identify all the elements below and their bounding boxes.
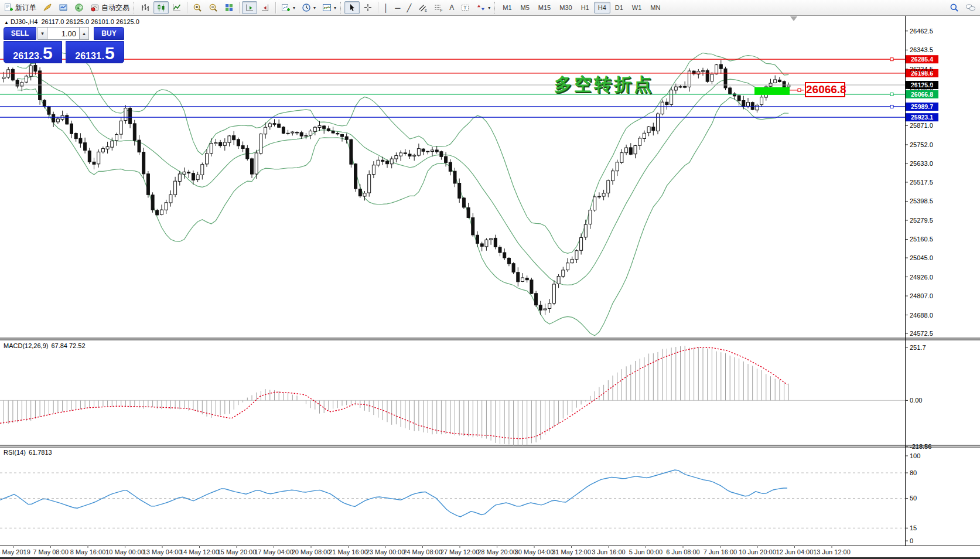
chevron-down-icon: ▾ — [334, 5, 336, 11]
svg-text:26285.4: 26285.4 — [911, 56, 933, 63]
volume-spinner: ▾ ▴ — [37, 27, 93, 40]
svg-text:25279.5: 25279.5 — [910, 217, 933, 224]
candlestick-series — [2, 60, 790, 315]
sell-button[interactable]: SELL — [4, 27, 36, 40]
clock-icon — [302, 3, 311, 12]
svg-text:25517.5: 25517.5 — [910, 179, 933, 186]
zoom-out-button[interactable] — [206, 1, 221, 14]
chart-shift-icon — [261, 3, 270, 12]
chart-shift-marker-icon[interactable] — [790, 16, 797, 21]
volume-decrease-button[interactable]: ▾ — [37, 27, 47, 40]
timeframe-w1-button[interactable]: W1 — [628, 2, 646, 13]
autotrading-icon — [90, 3, 100, 12]
volume-input[interactable] — [47, 27, 79, 40]
svg-text:T: T — [464, 5, 467, 11]
svg-text:100: 100 — [910, 452, 920, 459]
vertical-line-tool-button[interactable]: │ — [381, 1, 391, 14]
crosshair-tool-button[interactable] — [360, 1, 375, 14]
svg-text:24807.0: 24807.0 — [910, 292, 933, 299]
time-axis[interactable]: 6 May 20197 May 08:008 May 16:0010 May 0… — [0, 546, 851, 555]
svg-text:-218.56: -218.56 — [910, 443, 931, 450]
chevron-down-icon: ▾ — [488, 5, 490, 11]
new-chart-dropdown[interactable]: ▾ — [278, 1, 298, 14]
svg-text:5 Jun 00:00: 5 Jun 00:00 — [629, 548, 663, 555]
text-label-icon: T — [460, 3, 470, 12]
search-button[interactable] — [947, 1, 962, 14]
metaeditor-icon — [43, 3, 52, 12]
fibonacci-tool-button[interactable]: F — [431, 1, 446, 14]
auto-scroll-button[interactable] — [242, 1, 257, 14]
svg-text:13 May 04:00: 13 May 04:00 — [143, 548, 182, 555]
chart-area: 26285.426198.626125.026066.825989.725923… — [0, 0, 980, 559]
macd-indicator — [0, 346, 905, 446]
trendline-tool-button[interactable]: ╱ — [404, 1, 414, 14]
chat-button[interactable] — [962, 1, 979, 14]
chart-annotation-text[interactable]: 多空转折点 — [554, 73, 654, 97]
profiles-dropdown[interactable]: ▾ — [299, 1, 319, 14]
horizontal-line-icon: ─ — [395, 4, 400, 12]
text-tool-button[interactable]: A — [446, 1, 457, 14]
svg-text:24688.0: 24688.0 — [910, 312, 933, 319]
candlestick-mode-button[interactable] — [153, 1, 169, 14]
zoom-in-button[interactable] — [190, 1, 205, 14]
timeframe-d1-button[interactable]: D1 — [611, 2, 627, 13]
svg-text:0: 0 — [910, 537, 913, 544]
rsi-value: 61.7813 — [29, 449, 52, 456]
buy-button[interactable]: BUY — [94, 27, 124, 40]
horizontal-line-tool-button[interactable]: ─ — [392, 1, 403, 14]
price-tag-box[interactable]: 26066.8 — [805, 82, 845, 97]
chevron-down-icon: ▾ — [313, 5, 316, 11]
templates-dropdown[interactable]: ▾ — [319, 1, 339, 14]
volume-increase-button[interactable]: ▴ — [79, 27, 89, 40]
buy-price-display[interactable]: 26131.5 — [66, 41, 124, 63]
symbol-name: DJ30-,H4 — [11, 18, 37, 25]
chart-symbol-title: ▲DJ30-,H426117.0 26125.0 26101.0 26125.0 — [4, 18, 139, 25]
line-chart-mode-button[interactable] — [169, 1, 185, 14]
signals-button[interactable] — [71, 1, 87, 14]
timeframe-h4-button[interactable]: H4 — [594, 2, 610, 13]
metaeditor-button[interactable] — [40, 1, 55, 14]
cursor-icon — [347, 3, 357, 12]
macd-values: 67.84 72.52 — [51, 342, 85, 349]
svg-text:251.7: 251.7 — [910, 344, 926, 351]
auto-scroll-icon — [245, 3, 254, 12]
highlight-rectangle-object[interactable] — [754, 87, 790, 95]
timeframe-m30-button[interactable]: M30 — [555, 2, 576, 13]
tile-windows-button[interactable] — [221, 1, 237, 14]
rsi-indicator — [0, 470, 905, 528]
new-chart-icon — [281, 3, 291, 12]
channel-tool-button[interactable]: E — [415, 1, 430, 14]
svg-text:7 Jun 16:00: 7 Jun 16:00 — [704, 548, 737, 555]
svg-text:28 May 20:00: 28 May 20:00 — [477, 548, 517, 555]
new-order-button[interactable]: 新订单 — [1, 1, 39, 14]
svg-text:25398.5: 25398.5 — [910, 197, 933, 204]
timeframe-m5-button[interactable]: M5 — [517, 2, 534, 13]
timeframe-m15-button[interactable]: M15 — [534, 2, 555, 13]
svg-text:13 Jun 12:00: 13 Jun 12:00 — [813, 548, 851, 555]
text-label-tool-button[interactable]: T — [457, 1, 473, 14]
arrows-icon — [476, 3, 486, 12]
timeframe-m1-button[interactable]: M1 — [498, 2, 515, 13]
svg-text:25752.0: 25752.0 — [910, 141, 933, 148]
zoom-in-icon — [193, 3, 202, 12]
collapse-arrow-icon[interactable]: ▲ — [4, 20, 9, 25]
chevron-down-icon: ▾ — [293, 5, 295, 11]
svg-text:17 May 04:00: 17 May 04:00 — [254, 548, 293, 555]
svg-text:26343.5: 26343.5 — [910, 46, 933, 53]
price-level-lines[interactable]: 26285.426198.626125.026066.825989.725923… — [0, 55, 938, 121]
bar-chart-mode-button[interactable] — [138, 1, 153, 14]
chart-shift-button[interactable] — [258, 1, 273, 14]
timeframe-h1-button[interactable]: H1 — [577, 2, 593, 13]
arrows-dropdown[interactable]: ▾ — [473, 1, 493, 14]
svg-text:24572.5: 24572.5 — [910, 330, 933, 337]
tile-windows-icon — [224, 3, 234, 12]
svg-text:14 May 12:00: 14 May 12:00 — [180, 548, 219, 555]
sell-price-display[interactable]: 26123.5 — [4, 41, 62, 63]
cursor-tool-button[interactable] — [344, 1, 360, 14]
market-watch-button[interactable] — [56, 1, 71, 14]
toolbar-grip — [494, 2, 496, 13]
timeframe-mn-button[interactable]: MN — [646, 2, 664, 13]
svg-text:21 May 16:00: 21 May 16:00 — [329, 548, 368, 555]
autotrading-button[interactable]: 自动交易 — [87, 1, 132, 14]
svg-text:25045.0: 25045.0 — [910, 254, 933, 261]
